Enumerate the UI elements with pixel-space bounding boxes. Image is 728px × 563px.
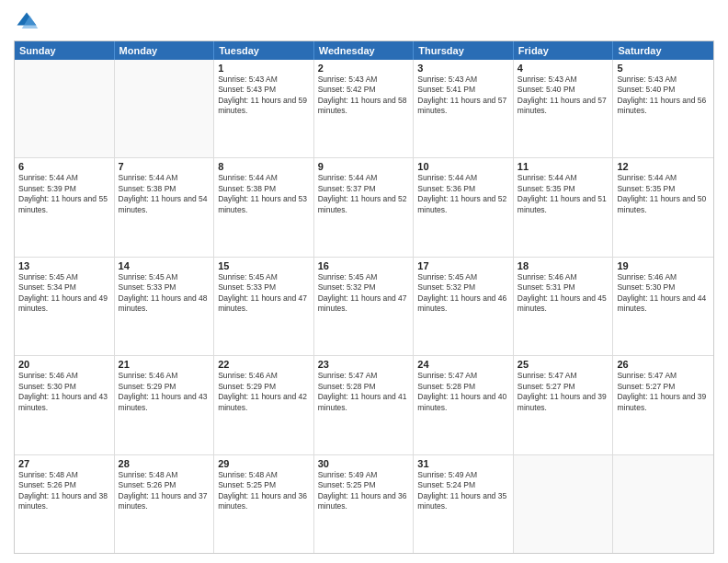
cell-info: Sunrise: 5:43 AM Sunset: 5:42 PM Dayligh… [318, 75, 410, 117]
weekday-header-wednesday: Wednesday [314, 41, 415, 60]
header [14, 9, 714, 35]
calendar-row-2: 6Sunrise: 5:44 AM Sunset: 5:39 PM Daylig… [15, 157, 713, 256]
day-number: 16 [318, 260, 410, 271]
calendar-cell: 14Sunrise: 5:45 AM Sunset: 5:33 PM Dayli… [115, 258, 215, 355]
cell-info: Sunrise: 5:43 AM Sunset: 5:40 PM Dayligh… [518, 75, 609, 117]
day-number: 26 [617, 359, 710, 370]
calendar-cell: 26Sunrise: 5:47 AM Sunset: 5:27 PM Dayli… [613, 356, 713, 454]
calendar-cell: 25Sunrise: 5:47 AM Sunset: 5:27 PM Dayli… [514, 356, 614, 454]
cell-info: Sunrise: 5:48 AM Sunset: 5:25 PM Dayligh… [218, 470, 310, 512]
day-number: 11 [518, 161, 609, 172]
day-number: 12 [617, 161, 710, 172]
calendar: SundayMondayTuesdayWednesdayThursdayFrid… [14, 40, 714, 554]
cell-info: Sunrise: 5:44 AM Sunset: 5:39 PM Dayligh… [18, 173, 110, 215]
calendar-cell: 23Sunrise: 5:47 AM Sunset: 5:28 PM Dayli… [314, 356, 415, 454]
logo [14, 9, 43, 35]
day-number: 19 [617, 260, 710, 271]
calendar-cell: 27Sunrise: 5:48 AM Sunset: 5:26 PM Dayli… [15, 455, 115, 553]
day-number: 6 [18, 161, 110, 172]
cell-info: Sunrise: 5:46 AM Sunset: 5:29 PM Dayligh… [119, 371, 210, 413]
calendar-cell [514, 455, 614, 553]
weekday-header-tuesday: Tuesday [214, 41, 314, 60]
calendar-row-3: 13Sunrise: 5:45 AM Sunset: 5:34 PM Dayli… [15, 257, 713, 355]
cell-info: Sunrise: 5:45 AM Sunset: 5:33 PM Dayligh… [218, 272, 310, 315]
calendar-cell: 3Sunrise: 5:43 AM Sunset: 5:41 PM Daylig… [414, 60, 514, 157]
cell-info: Sunrise: 5:45 AM Sunset: 5:32 PM Dayligh… [318, 272, 410, 315]
calendar-cell: 2Sunrise: 5:43 AM Sunset: 5:42 PM Daylig… [314, 60, 415, 157]
cell-info: Sunrise: 5:47 AM Sunset: 5:27 PM Dayligh… [617, 371, 710, 413]
calendar-cell: 30Sunrise: 5:49 AM Sunset: 5:25 PM Dayli… [314, 455, 415, 553]
day-number: 14 [119, 260, 210, 271]
day-number: 10 [417, 161, 509, 172]
cell-info: Sunrise: 5:44 AM Sunset: 5:37 PM Dayligh… [318, 173, 410, 215]
day-number: 30 [318, 458, 410, 469]
calendar-cell: 13Sunrise: 5:45 AM Sunset: 5:34 PM Dayli… [15, 258, 115, 355]
day-number: 29 [218, 458, 310, 469]
calendar-cell: 24Sunrise: 5:47 AM Sunset: 5:28 PM Dayli… [414, 356, 514, 454]
calendar-cell: 29Sunrise: 5:48 AM Sunset: 5:25 PM Dayli… [214, 455, 314, 553]
day-number: 24 [417, 359, 509, 370]
cell-info: Sunrise: 5:46 AM Sunset: 5:29 PM Dayligh… [218, 371, 310, 413]
day-number: 25 [518, 359, 609, 370]
weekday-header-monday: Monday [115, 41, 215, 60]
calendar-cell: 10Sunrise: 5:44 AM Sunset: 5:36 PM Dayli… [414, 158, 514, 256]
day-number: 23 [318, 359, 410, 370]
logo-icon [14, 9, 40, 35]
calendar-header: SundayMondayTuesdayWednesdayThursdayFrid… [15, 41, 713, 60]
cell-info: Sunrise: 5:45 AM Sunset: 5:33 PM Dayligh… [119, 272, 210, 315]
day-number: 21 [119, 359, 210, 370]
day-number: 22 [218, 359, 310, 370]
weekday-header-friday: Friday [514, 41, 614, 60]
day-number: 13 [18, 260, 110, 271]
calendar-cell: 1Sunrise: 5:43 AM Sunset: 5:43 PM Daylig… [214, 60, 314, 157]
calendar-cell: 17Sunrise: 5:45 AM Sunset: 5:32 PM Dayli… [414, 258, 514, 355]
cell-info: Sunrise: 5:45 AM Sunset: 5:34 PM Dayligh… [18, 272, 110, 315]
cell-info: Sunrise: 5:45 AM Sunset: 5:32 PM Dayligh… [417, 272, 509, 315]
cell-info: Sunrise: 5:48 AM Sunset: 5:26 PM Dayligh… [119, 470, 210, 512]
cell-info: Sunrise: 5:48 AM Sunset: 5:26 PM Dayligh… [18, 470, 110, 512]
weekday-header-saturday: Saturday [613, 41, 713, 60]
calendar-cell: 16Sunrise: 5:45 AM Sunset: 5:32 PM Dayli… [314, 258, 415, 355]
day-number: 20 [18, 359, 110, 370]
calendar-cell: 21Sunrise: 5:46 AM Sunset: 5:29 PM Dayli… [115, 356, 215, 454]
calendar-row-1: 1Sunrise: 5:43 AM Sunset: 5:43 PM Daylig… [15, 60, 713, 157]
calendar-cell [613, 455, 713, 553]
cell-info: Sunrise: 5:44 AM Sunset: 5:35 PM Dayligh… [617, 173, 710, 215]
calendar-cell: 6Sunrise: 5:44 AM Sunset: 5:39 PM Daylig… [15, 158, 115, 256]
calendar-cell: 12Sunrise: 5:44 AM Sunset: 5:35 PM Dayli… [613, 158, 713, 256]
cell-info: Sunrise: 5:47 AM Sunset: 5:28 PM Dayligh… [318, 371, 410, 413]
calendar-cell: 18Sunrise: 5:46 AM Sunset: 5:31 PM Dayli… [514, 258, 614, 355]
day-number: 31 [417, 458, 509, 469]
page: SundayMondayTuesdayWednesdayThursdayFrid… [0, 0, 728, 563]
cell-info: Sunrise: 5:44 AM Sunset: 5:38 PM Dayligh… [218, 173, 310, 215]
calendar-row-5: 27Sunrise: 5:48 AM Sunset: 5:26 PM Dayli… [15, 454, 713, 553]
day-number: 8 [218, 161, 310, 172]
day-number: 17 [417, 260, 509, 271]
cell-info: Sunrise: 5:46 AM Sunset: 5:30 PM Dayligh… [18, 371, 110, 413]
day-number: 28 [119, 458, 210, 469]
calendar-cell: 15Sunrise: 5:45 AM Sunset: 5:33 PM Dayli… [214, 258, 314, 355]
cell-info: Sunrise: 5:43 AM Sunset: 5:41 PM Dayligh… [417, 75, 509, 117]
day-number: 2 [318, 63, 410, 74]
calendar-cell: 9Sunrise: 5:44 AM Sunset: 5:37 PM Daylig… [314, 158, 415, 256]
calendar-cell: 19Sunrise: 5:46 AM Sunset: 5:30 PM Dayli… [613, 258, 713, 355]
weekday-header-sunday: Sunday [15, 41, 115, 60]
cell-info: Sunrise: 5:47 AM Sunset: 5:27 PM Dayligh… [518, 371, 609, 413]
calendar-cell: 11Sunrise: 5:44 AM Sunset: 5:35 PM Dayli… [514, 158, 614, 256]
cell-info: Sunrise: 5:49 AM Sunset: 5:24 PM Dayligh… [417, 470, 509, 512]
calendar-cell: 20Sunrise: 5:46 AM Sunset: 5:30 PM Dayli… [15, 356, 115, 454]
calendar-row-4: 20Sunrise: 5:46 AM Sunset: 5:30 PM Dayli… [15, 355, 713, 454]
cell-info: Sunrise: 5:43 AM Sunset: 5:43 PM Dayligh… [218, 75, 310, 117]
calendar-cell: 5Sunrise: 5:43 AM Sunset: 5:40 PM Daylig… [613, 60, 713, 157]
calendar-cell: 7Sunrise: 5:44 AM Sunset: 5:38 PM Daylig… [115, 158, 215, 256]
calendar-body: 1Sunrise: 5:43 AM Sunset: 5:43 PM Daylig… [15, 60, 713, 553]
day-number: 9 [318, 161, 410, 172]
cell-info: Sunrise: 5:44 AM Sunset: 5:36 PM Dayligh… [417, 173, 509, 215]
day-number: 27 [18, 458, 110, 469]
calendar-cell: 31Sunrise: 5:49 AM Sunset: 5:24 PM Dayli… [414, 455, 514, 553]
cell-info: Sunrise: 5:44 AM Sunset: 5:35 PM Dayligh… [518, 173, 609, 215]
cell-info: Sunrise: 5:47 AM Sunset: 5:28 PM Dayligh… [417, 371, 509, 413]
cell-info: Sunrise: 5:46 AM Sunset: 5:31 PM Dayligh… [518, 272, 609, 315]
cell-info: Sunrise: 5:49 AM Sunset: 5:25 PM Dayligh… [318, 470, 410, 512]
weekday-header-thursday: Thursday [414, 41, 514, 60]
